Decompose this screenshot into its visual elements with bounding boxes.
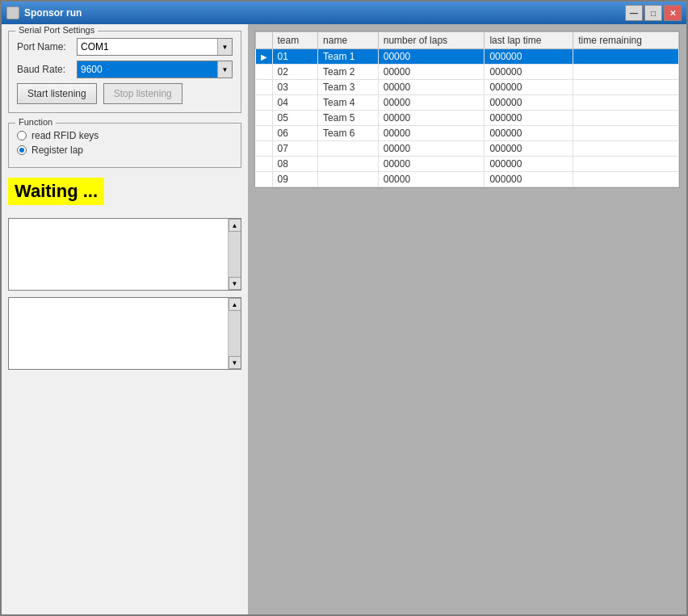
col-last-lap: last lap time bbox=[485, 32, 573, 49]
row-indicator bbox=[256, 80, 273, 95]
cell-laps: 00000 bbox=[378, 126, 485, 141]
cell-laps: 00000 bbox=[378, 65, 485, 80]
window-body: Serial Port Settings Port Name: ▼ Baud R… bbox=[2, 24, 686, 614]
maximize-button[interactable]: □ bbox=[644, 5, 662, 21]
radio-register-lap-label: Register lap bbox=[31, 145, 83, 156]
race-table: team name number of laps last lap time t… bbox=[255, 31, 679, 187]
cell-remaining bbox=[573, 172, 679, 187]
window-icon bbox=[6, 6, 19, 19]
scroll-up-1[interactable]: ▲ bbox=[229, 219, 241, 232]
cell-last-lap: 000000 bbox=[485, 111, 573, 126]
cell-last-lap: 000000 bbox=[485, 80, 573, 95]
port-name-row: Port Name: ▼ bbox=[17, 38, 233, 56]
right-panel: team name number of laps last lap time t… bbox=[248, 24, 686, 614]
table-row[interactable]: 05Team 500000000000 bbox=[256, 111, 679, 126]
log-scrollbar-2: ▲ ▼ bbox=[228, 298, 241, 369]
row-indicator bbox=[256, 141, 273, 157]
stop-listening-button[interactable]: Stop listening bbox=[103, 83, 182, 104]
radio-register-lap-row: Register lap bbox=[17, 145, 233, 156]
cell-name bbox=[318, 172, 379, 187]
cell-remaining bbox=[573, 126, 679, 141]
cell-name: Team 6 bbox=[318, 126, 379, 141]
cell-last-lap: 000000 bbox=[485, 157, 573, 172]
cell-name: Team 5 bbox=[318, 111, 379, 126]
cell-remaining bbox=[573, 157, 679, 172]
log-textarea-2[interactable] bbox=[9, 298, 228, 369]
serial-port-group-label: Serial Port Settings bbox=[15, 25, 98, 35]
port-name-label: Port Name: bbox=[17, 41, 72, 52]
scroll-down-1[interactable]: ▼ bbox=[229, 277, 241, 290]
cell-last-lap: 000000 bbox=[485, 49, 573, 65]
row-indicator bbox=[256, 95, 273, 111]
cell-laps: 00000 bbox=[378, 111, 485, 126]
row-indicator bbox=[256, 157, 273, 172]
waiting-status-container: Waiting ... bbox=[8, 174, 241, 205]
table-row[interactable]: 0700000000000 bbox=[256, 141, 679, 157]
log-textarea-1[interactable] bbox=[9, 219, 228, 290]
port-name-input[interactable] bbox=[78, 39, 217, 55]
cell-team: 08 bbox=[272, 157, 318, 172]
cell-last-lap: 000000 bbox=[485, 141, 573, 157]
row-indicator bbox=[256, 172, 273, 187]
function-group-label: Function bbox=[15, 117, 56, 127]
table-row[interactable]: 0800000000000 bbox=[256, 157, 679, 172]
cell-remaining bbox=[573, 65, 679, 80]
table-row[interactable]: 04Team 400000000000 bbox=[256, 95, 679, 111]
close-button[interactable]: ✕ bbox=[664, 5, 682, 21]
cell-remaining bbox=[573, 141, 679, 157]
cell-remaining bbox=[573, 80, 679, 95]
cell-team: 05 bbox=[272, 111, 318, 126]
scroll-track-2 bbox=[229, 311, 241, 356]
log-area-1: ▲ ▼ bbox=[8, 218, 241, 291]
baud-rate-row: Baud Rate: ▼ bbox=[17, 61, 233, 78]
radio-read-rfid-label: read RFID keys bbox=[31, 130, 99, 141]
baud-rate-dropdown-arrow[interactable]: ▼ bbox=[217, 61, 232, 78]
radio-read-rfid-row: read RFID keys bbox=[17, 130, 233, 141]
cell-team: 07 bbox=[272, 141, 318, 157]
cell-laps: 00000 bbox=[378, 95, 485, 111]
port-name-combo[interactable]: ▼ bbox=[77, 38, 233, 56]
start-listening-button[interactable]: Start listening bbox=[17, 83, 97, 104]
radio-read-rfid[interactable] bbox=[17, 131, 27, 140]
cell-laps: 00000 bbox=[378, 157, 485, 172]
title-bar-buttons: — □ ✕ bbox=[625, 5, 682, 21]
row-indicator bbox=[256, 65, 273, 80]
cell-name: Team 3 bbox=[318, 80, 379, 95]
cell-laps: 00000 bbox=[378, 172, 485, 187]
table-row[interactable]: 03Team 300000000000 bbox=[256, 80, 679, 95]
cell-team: 06 bbox=[272, 126, 318, 141]
cell-name bbox=[318, 157, 379, 172]
col-team: team bbox=[272, 32, 318, 49]
port-name-dropdown-arrow[interactable]: ▼ bbox=[217, 39, 232, 55]
cell-name: Team 4 bbox=[318, 95, 379, 111]
col-indicator bbox=[256, 32, 273, 49]
table-row[interactable]: ▶01Team 100000000000 bbox=[256, 49, 679, 65]
table-row[interactable]: 06Team 600000000000 bbox=[256, 126, 679, 141]
table-row[interactable]: 0900000000000 bbox=[256, 172, 679, 187]
cell-laps: 00000 bbox=[378, 49, 485, 65]
cell-team: 03 bbox=[272, 80, 318, 95]
baud-rate-input[interactable] bbox=[78, 61, 217, 78]
row-indicator: ▶ bbox=[256, 49, 273, 65]
function-group: Function read RFID keys Register lap bbox=[8, 123, 241, 168]
cell-team: 09 bbox=[272, 172, 318, 187]
window-title: Sponsor run bbox=[24, 7, 625, 19]
row-indicator bbox=[256, 111, 273, 126]
data-table-wrapper: team name number of laps last lap time t… bbox=[254, 31, 680, 188]
log-area-2: ▲ ▼ bbox=[8, 297, 241, 370]
col-name: name bbox=[318, 32, 379, 49]
serial-port-group: Serial Port Settings Port Name: ▼ Baud R… bbox=[8, 31, 241, 113]
radio-register-lap[interactable] bbox=[17, 145, 27, 155]
baud-rate-combo[interactable]: ▼ bbox=[77, 61, 233, 78]
col-remaining: time remaining bbox=[573, 32, 679, 49]
minimize-button[interactable]: — bbox=[625, 5, 643, 21]
cell-name bbox=[318, 141, 379, 157]
scroll-down-2[interactable]: ▼ bbox=[229, 356, 241, 369]
cell-remaining bbox=[573, 111, 679, 126]
cell-name: Team 2 bbox=[318, 65, 379, 80]
scroll-up-2[interactable]: ▲ bbox=[229, 298, 241, 311]
cell-team: 01 bbox=[272, 49, 318, 65]
main-window: Sponsor run — □ ✕ Serial Port Settings P… bbox=[0, 0, 688, 616]
table-row[interactable]: 02Team 200000000000 bbox=[256, 65, 679, 80]
listen-buttons-row: Start listening Stop listening bbox=[17, 83, 233, 104]
